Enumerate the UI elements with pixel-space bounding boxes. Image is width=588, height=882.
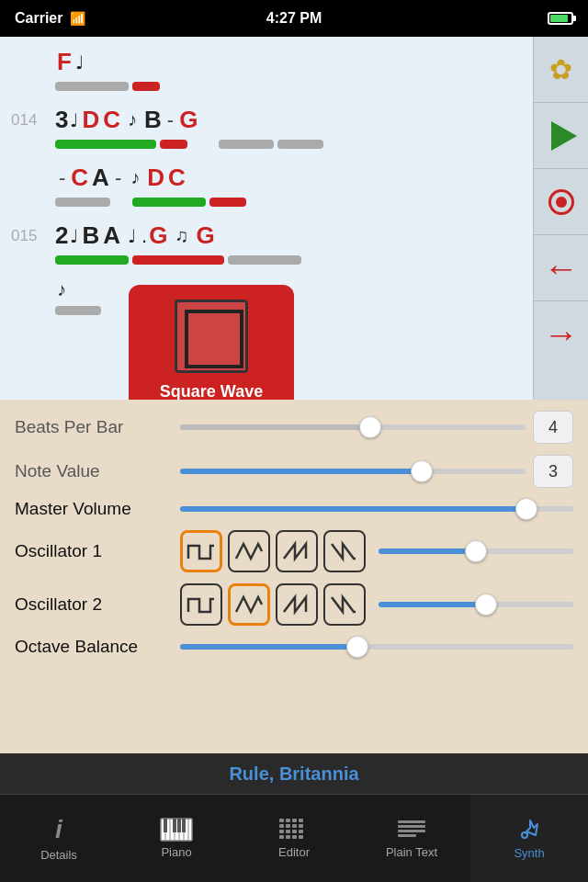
svg-point-32 [522, 832, 527, 838]
svg-rect-23 [299, 830, 303, 833]
status-bar: Carrier 📶 4:27 PM [0, 0, 588, 37]
arrow-right-icon: → [544, 317, 579, 352]
octave-balance-label: Octave Balance [15, 637, 180, 657]
osc2-revsaw-btn[interactable] [323, 583, 366, 626]
note-value-slider-container: 3 [180, 455, 573, 488]
octave-balance-row: Octave Balance [15, 637, 573, 657]
osc2-thumb[interactable] [475, 594, 497, 616]
bar-green1 [55, 140, 156, 149]
beats-per-bar-value: 4 [533, 411, 573, 444]
note-d1: D [82, 106, 99, 134]
note-c2: C [71, 164, 88, 192]
tab-piano[interactable]: Piano [118, 795, 235, 882]
tooltip-square-icon [175, 300, 248, 373]
bar-row-ca [11, 196, 522, 209]
osc1-revsaw-btn[interactable] [323, 530, 366, 572]
beats-per-bar-row: Beats Per Bar 4 [15, 411, 573, 444]
svg-rect-10 [177, 819, 181, 832]
line-num-empty3 [11, 280, 55, 300]
record-dot [556, 197, 567, 208]
note-value-track[interactable] [180, 469, 526, 474]
status-time: 4:27 PM [266, 10, 322, 27]
forward-button[interactable]: → [534, 301, 589, 368]
svg-rect-29 [398, 825, 425, 828]
svg-rect-18 [292, 824, 297, 828]
master-volume-track[interactable] [180, 506, 573, 512]
master-volume-thumb[interactable] [515, 498, 537, 520]
master-volume-label: Master Volume [15, 499, 180, 519]
beats-per-bar-label: Beats Per Bar [15, 417, 180, 437]
song-title: Rule, Britannia [229, 763, 358, 785]
plaintext-icon [396, 818, 427, 842]
beats-per-bar-thumb[interactable] [359, 416, 381, 438]
osc2-fill [379, 602, 486, 607]
svg-rect-12 [279, 819, 284, 822]
dash2: - [59, 166, 65, 190]
right-sidebar: ✿ ← → [533, 37, 588, 400]
beats-per-bar-track[interactable] [180, 424, 526, 430]
line-num-0143: 014 [11, 111, 55, 130]
master-volume-fill [180, 506, 526, 512]
osc1-sawtooth-btn[interactable] [276, 530, 318, 572]
oscillator2-controls [180, 583, 573, 626]
octave-balance-slider-container [180, 644, 573, 650]
svg-rect-28 [398, 820, 425, 823]
master-volume-slider-container [180, 506, 573, 512]
note-a1: A [92, 164, 109, 192]
tab-details[interactable]: i Details [0, 795, 118, 882]
osc2-slider-container [379, 602, 573, 607]
osc2-square-btn[interactable] [180, 583, 222, 626]
osc2-sawtooth-btn[interactable] [276, 583, 318, 626]
tab-editor[interactable]: Editor [235, 795, 353, 882]
bar-gray5 [228, 255, 301, 265]
bar-gray6 [55, 306, 101, 315]
tooltip-label: Square Wave [160, 382, 263, 400]
note-g3: G [196, 221, 214, 250]
battery-icon [548, 12, 573, 25]
status-left: Carrier 📶 [15, 10, 85, 27]
note-b2: B [82, 221, 99, 250]
tab-piano-label: Piano [161, 845, 191, 859]
oscillator1-controls [180, 530, 573, 572]
osc2-triangle-btn[interactable] [228, 583, 270, 626]
bar-red2 [160, 140, 187, 149]
osc1-square-btn[interactable] [180, 530, 222, 572]
bar-row-0152 [11, 254, 522, 266]
song-title-bar: Rule, Britannia [0, 753, 588, 794]
osc1-thumb[interactable] [465, 540, 487, 562]
note-3: 3 [55, 106, 68, 134]
octave-balance-thumb[interactable] [346, 636, 368, 658]
ns5: ♩ [70, 225, 78, 247]
tab-synth[interactable]: Synth [470, 795, 588, 882]
osc2-triangle-icon [234, 592, 264, 617]
settings-button[interactable]: ✿ [534, 37, 589, 103]
note-value-value: 3 [533, 455, 573, 488]
record-button[interactable] [534, 169, 589, 235]
osc1-triangle-btn[interactable] [228, 530, 270, 572]
line-num-0152: 015 [11, 227, 55, 245]
osc2-track[interactable] [379, 602, 573, 607]
osc1-triangle-icon [234, 538, 264, 564]
svg-rect-25 [286, 835, 290, 839]
editor-icon [278, 818, 310, 842]
oscillator2-label: Oscillator 2 [15, 594, 180, 615]
oscillator2-row: Oscillator 2 [15, 583, 573, 626]
master-volume-row: Master Volume [15, 499, 573, 519]
svg-rect-15 [299, 819, 303, 822]
back-button[interactable]: ← [534, 235, 589, 301]
note-a2: A [103, 221, 120, 250]
note-sym1: ♩ [75, 51, 84, 74]
note-value-thumb[interactable] [411, 460, 433, 482]
arrow-left-icon: ← [544, 251, 579, 286]
osc1-track[interactable] [379, 548, 573, 554]
ns8: ♪ [57, 279, 66, 300]
svg-rect-20 [279, 830, 284, 833]
beats-per-bar-fill [180, 424, 370, 430]
controls-area: Beats Per Bar 4 Note Value 3 Mas [0, 400, 588, 753]
bar-gray2 [219, 140, 274, 149]
carrier-label: Carrier [15, 10, 62, 27]
octave-balance-track[interactable] [180, 644, 573, 650]
play-button[interactable] [534, 103, 589, 169]
tab-plaintext[interactable]: Plain Text [353, 795, 470, 882]
bar-row-0143 [11, 138, 522, 151]
